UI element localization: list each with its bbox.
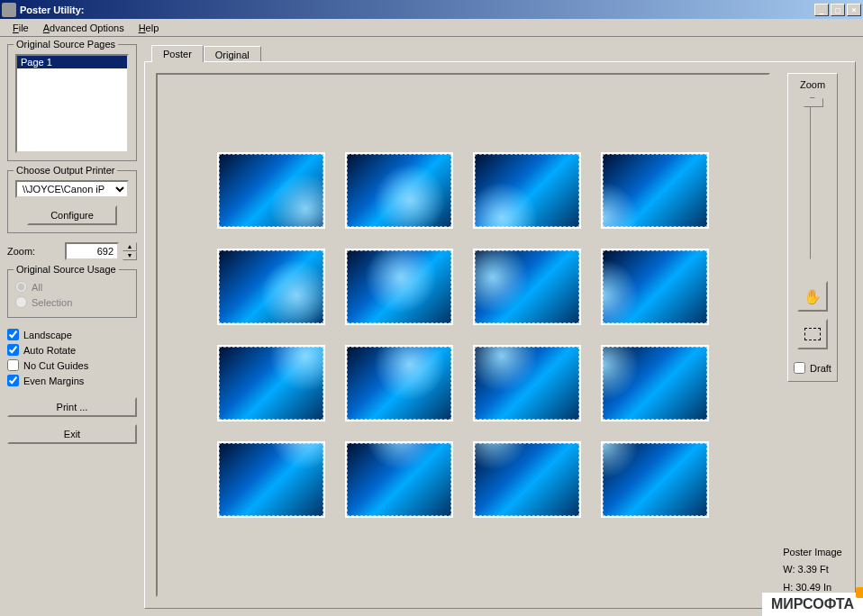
window-controls: _ □ × <box>813 4 861 16</box>
right-panel: Zoom ✋ Draft Poster I <box>781 73 844 597</box>
app-icon <box>2 3 16 17</box>
info-title: Poster Image <box>783 544 841 562</box>
check-nocut[interactable]: No Cut Guides <box>7 358 137 373</box>
hand-icon: ✋ <box>804 288 822 305</box>
poster-tile[interactable] <box>345 249 453 325</box>
zoom-slider-group: Zoom ✋ Draft <box>787 73 838 382</box>
usage-title: Original Source Usage <box>14 264 119 275</box>
menu-advanced-options[interactable]: Advanced Options <box>36 21 132 35</box>
check-draft[interactable]: Draft <box>794 360 831 376</box>
poster-tile[interactable] <box>217 249 325 325</box>
menu-help[interactable]: Help <box>132 21 167 35</box>
poster-tile[interactable] <box>473 441 581 518</box>
watermark: МИРСОФТА <box>762 593 863 616</box>
poster-tile[interactable] <box>601 441 709 518</box>
preview-grid <box>217 152 709 518</box>
window-title: Poster Utility: <box>20 5 813 15</box>
zoom-down-button[interactable]: ▼ <box>123 251 137 260</box>
check-nocut-input[interactable] <box>7 359 19 371</box>
check-draft-input[interactable] <box>794 362 805 374</box>
poster-tile[interactable] <box>473 152 581 229</box>
check-autorotate[interactable]: Auto Rotate <box>7 342 137 358</box>
tab-poster[interactable]: Poster <box>151 45 204 62</box>
zoom-slider-label: Zoom <box>800 79 825 90</box>
zoom-label: Zoom: <box>7 246 35 257</box>
printer-group: Choose Output Printer \\JOYCE\Canon iP C… <box>7 170 137 233</box>
poster-tile[interactable] <box>601 345 709 421</box>
source-pages-group: Original Source Pages Page 1 <box>7 44 137 161</box>
maximize-button[interactable]: □ <box>831 4 845 16</box>
tabs: Poster Original <box>151 44 856 61</box>
poster-tile[interactable] <box>473 345 581 421</box>
check-even-input[interactable] <box>7 375 19 386</box>
poster-tile[interactable] <box>473 249 581 325</box>
check-autorotate-input[interactable] <box>7 344 19 356</box>
source-pages-list[interactable]: Page 1 <box>15 54 129 153</box>
usage-group: Original Source Usage All Selection <box>7 269 137 318</box>
selection-tool-button[interactable] <box>797 319 828 349</box>
check-landscape-input[interactable] <box>7 329 19 340</box>
poster-tile[interactable] <box>601 152 709 229</box>
check-landscape[interactable]: Landscape <box>7 327 137 342</box>
configure-button[interactable]: Configure <box>27 205 117 225</box>
content: Poster Original <box>144 37 863 616</box>
check-even[interactable]: Even Margins <box>7 373 137 388</box>
info-width: W: 3.39 Ft <box>783 561 841 579</box>
menubar: File Advanced Options Help <box>0 19 863 37</box>
sidebar: Original Source Pages Page 1 Choose Outp… <box>0 37 144 616</box>
exit-button[interactable]: Exit <box>7 424 137 444</box>
radio-all-input <box>15 281 27 293</box>
poster-tile[interactable] <box>345 441 453 518</box>
zoom-input[interactable] <box>65 242 119 260</box>
source-pages-title: Original Source Pages <box>14 39 118 50</box>
radio-all: All <box>15 279 129 294</box>
preview-container[interactable] <box>156 73 770 597</box>
printer-title: Choose Output Printer <box>14 165 117 176</box>
poster-info: Poster Image W: 3.39 Ft H: 30.49 In <box>783 544 841 597</box>
radio-selection-input <box>15 296 27 308</box>
poster-tile[interactable] <box>217 152 325 229</box>
titlebar: Poster Utility: _ □ × <box>0 0 863 19</box>
zoom-slider-thumb[interactable] <box>804 98 823 107</box>
zoom-slider[interactable] <box>810 97 815 259</box>
poster-tile[interactable] <box>345 345 453 421</box>
zoom-up-button[interactable]: ▲ <box>123 242 137 251</box>
list-item[interactable]: Page 1 <box>17 56 127 68</box>
close-button[interactable]: × <box>847 4 861 16</box>
watermark-badge-icon <box>856 587 863 598</box>
poster-tile[interactable] <box>601 249 709 325</box>
hand-tool-button[interactable]: ✋ <box>797 281 828 312</box>
zoom-spinner: ▲ ▼ <box>123 242 137 260</box>
selection-icon <box>804 328 821 340</box>
tab-panel: Zoom ✋ Draft Poster I <box>144 61 856 609</box>
printer-dropdown[interactable]: \\JOYCE\Canon iP <box>15 180 129 198</box>
radio-selection: Selection <box>15 294 129 310</box>
poster-tile[interactable] <box>217 441 325 518</box>
zoom-row: Zoom: ▲ ▼ <box>7 242 137 260</box>
menu-file[interactable]: File <box>5 21 36 35</box>
poster-tile[interactable] <box>217 345 325 421</box>
poster-tile[interactable] <box>345 152 453 229</box>
print-button[interactable]: Print ... <box>7 397 137 417</box>
minimize-button[interactable]: _ <box>814 4 829 16</box>
